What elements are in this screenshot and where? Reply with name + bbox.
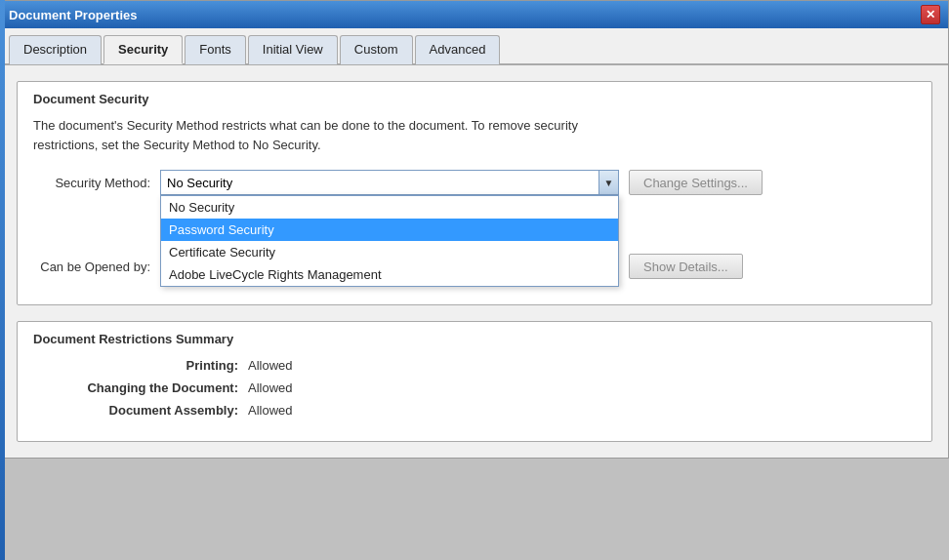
document-restrictions-group: Document Restrictions Summary Printing: …: [17, 321, 932, 442]
restriction-value-changing: Allowed: [248, 380, 293, 395]
dropdown-item-livecycle[interactable]: Adobe LiveCycle Rights Management: [161, 263, 618, 286]
tab-security[interactable]: Security: [103, 35, 183, 64]
dropdown-menu: No Security Password Security Certificat…: [160, 195, 619, 287]
tab-custom[interactable]: Custom: [340, 35, 413, 64]
restriction-row-assembly: Document Assembly: Allowed: [33, 403, 916, 418]
change-settings-button[interactable]: Change Settings...: [629, 170, 763, 195]
restriction-row-printing: Printing: Allowed: [33, 358, 916, 373]
tab-description[interactable]: Description: [9, 35, 102, 64]
restriction-value-printing: Allowed: [248, 358, 293, 373]
restriction-label-assembly: Document Assembly:: [33, 403, 248, 418]
tab-advanced[interactable]: Advanced: [415, 35, 501, 64]
security-method-dropdown-wrapper: No Security ▼ No Security Password Secur…: [160, 170, 619, 195]
show-details-button[interactable]: Show Details...: [629, 254, 743, 279]
security-method-dropdown[interactable]: No Security ▼: [160, 170, 619, 195]
dropdown-selected-value: No Security: [167, 176, 232, 190]
security-method-row: Security Method: No Security ▼ No Securi…: [33, 170, 916, 195]
can-be-opened-label: Can be Opened by:: [33, 260, 160, 274]
restriction-label-changing: Changing the Document:: [33, 380, 248, 395]
dropdown-item-certificate-security[interactable]: Certificate Security: [161, 241, 618, 263]
window-title: Document Properties: [9, 8, 137, 22]
main-window: Document Properties ✕ Description Securi…: [0, 0, 949, 459]
restriction-value-assembly: Allowed: [248, 403, 293, 418]
tab-bar: Description Security Fonts Initial View …: [1, 28, 948, 65]
close-button[interactable]: ✕: [921, 5, 940, 24]
dropdown-item-password-security[interactable]: Password Security: [161, 219, 618, 241]
tab-initial-view[interactable]: Initial View: [248, 35, 338, 64]
title-bar: Document Properties ✕: [1, 1, 948, 28]
restriction-row-changing: Changing the Document: Allowed: [33, 380, 916, 395]
content-area: Document Security The document's Securit…: [1, 65, 948, 458]
security-method-label: Security Method:: [33, 176, 160, 190]
restrictions-title: Document Restrictions Summary: [33, 332, 916, 346]
restriction-label-printing: Printing:: [33, 358, 248, 373]
document-security-group: Document Security The document's Securit…: [17, 81, 932, 305]
document-security-title: Document Security: [33, 92, 916, 106]
dropdown-arrow-icon[interactable]: ▼: [598, 171, 618, 194]
security-description: The document's Security Method restricts…: [33, 116, 916, 154]
left-accent-bar: [0, 0, 5, 459]
dropdown-item-no-security[interactable]: No Security: [161, 196, 618, 219]
tab-fonts[interactable]: Fonts: [185, 35, 246, 64]
